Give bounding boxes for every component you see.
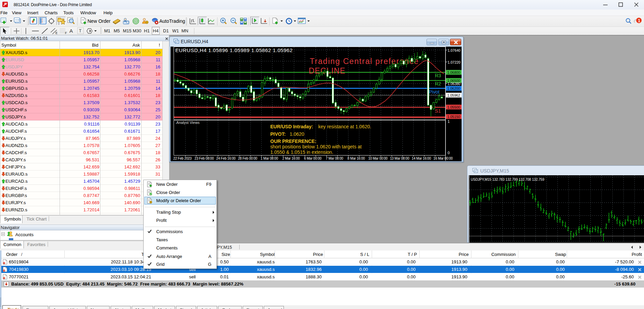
svg-text:1: 1 — [638, 18, 640, 23]
svg-text:OUR PREFERENCE:: OUR PREFERENCE: — [270, 139, 316, 144]
svg-text:24 Feb 16:00: 24 Feb 16:00 — [216, 157, 236, 160]
svg-text:R2: R2 — [435, 81, 441, 86]
svg-text:key resistance at 1.0620.: key resistance at 1.0620. — [318, 124, 371, 129]
svg-text:1.05962: 1.05962 — [447, 93, 460, 97]
svg-text:23 Feb 08:00: 23 Feb 08:00 — [195, 157, 214, 160]
svg-text:T: T — [79, 29, 82, 33]
svg-text:2 Mar 16:00: 2 Mar 16:00 — [282, 157, 300, 160]
svg-text:USDJPY,M15 132.783 132.799 13: USDJPY,M15 132.783 132.799 132.708 132.7… — [471, 178, 545, 181]
svg-text:8 Mar 16:00: 8 Mar 16:00 — [348, 157, 365, 160]
svg-text:1.06800: 1.06800 — [447, 70, 460, 75]
svg-text:PIVOT:: PIVOT: — [270, 131, 286, 137]
svg-text:S1: S1 — [435, 108, 441, 114]
svg-text:10 Mar 00:00: 10 Mar 00:00 — [368, 157, 388, 160]
svg-text:22 Feb 2023: 22 Feb 2023 — [173, 157, 192, 160]
svg-text:E: E — [55, 31, 58, 34]
svg-text:EURUSD,H4 1.05896 1.05989 1.0: EURUSD,H4 1.05896 1.05989 1.05862 1.0596… — [175, 47, 293, 53]
svg-text:6 Mar 00:00: 6 Mar 00:00 — [304, 157, 322, 160]
svg-text:28 Feb 00:00: 28 Feb 00:00 — [238, 157, 257, 160]
svg-text:16 Mar 00:00: 16 Mar 00:00 — [433, 157, 453, 160]
svg-text:EUR/USD Intraday:: EUR/USD Intraday: — [270, 124, 313, 129]
svg-text:1.07220: 1.07220 — [448, 60, 461, 64]
svg-text:1.06380: 1.06380 — [448, 82, 461, 86]
svg-text:R3: R3 — [435, 73, 441, 78]
svg-text:1.05500: 1.05500 — [447, 105, 460, 109]
svg-text:7 Mar 08:00: 7 Mar 08:00 — [326, 157, 343, 160]
svg-text:0: 0 — [448, 151, 450, 155]
svg-text:1.06200: 1.06200 — [447, 86, 460, 91]
svg-text:1: 1 — [448, 119, 450, 124]
svg-text:13 Mar 08:00: 13 Mar 08:00 — [390, 157, 409, 160]
svg-text:14 Mar 16:00: 14 Mar 16:00 — [412, 157, 431, 160]
svg-text:1.0620: 1.0620 — [290, 131, 304, 137]
svg-text:Trading Central preference: Trading Central preference — [310, 57, 419, 66]
svg-text:1.05150: 1.05150 — [447, 115, 460, 119]
svg-text:1.07640: 1.07640 — [448, 48, 461, 52]
svg-text:Pivot: Pivot — [429, 89, 439, 95]
svg-text:1.0550 & 1.0515 in extension.: 1.0550 & 1.0515 in extension. — [270, 149, 333, 155]
svg-text:short positions below 1.0620 w: short positions below 1.0620 with target… — [270, 144, 362, 149]
svg-text:.Analyst Views: .Analyst Views — [175, 120, 200, 125]
svg-text:1 Mar 08:00: 1 Mar 08:00 — [261, 157, 278, 160]
svg-text:F: F — [65, 31, 67, 34]
